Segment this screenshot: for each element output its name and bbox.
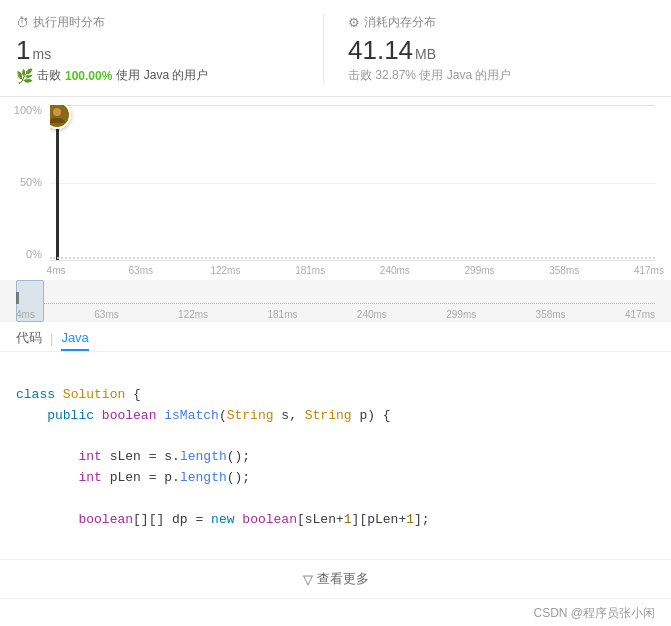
chart-inner: 4ms 63ms 122ms 181ms 240ms 299ms 358ms 4… [50, 105, 655, 280]
code-block: class Solution { public boolean isMatch(… [0, 352, 671, 559]
distribution-line [50, 257, 655, 259]
nav-x-label-63ms: 63ms [94, 309, 118, 320]
see-more-icon: ▽ [303, 572, 313, 587]
nav-x-labels: 4ms 63ms 122ms 181ms 240ms 299ms 358ms 4… [16, 309, 655, 320]
y-label-50: 50% [20, 177, 42, 188]
see-more-button[interactable]: ▽ 查看更多 [0, 559, 671, 598]
chart-bar-area [50, 105, 655, 260]
see-more-label: 查看更多 [317, 570, 369, 588]
page-footer: CSDN @程序员张小闲 [0, 598, 671, 626]
runtime-icon: ⏱ [16, 15, 29, 30]
nav-dotted-line [44, 303, 655, 304]
y-label-100: 100% [14, 105, 42, 116]
nav-x-label-299ms: 299ms [446, 309, 476, 320]
code-line-3: public boolean isMatch(String s, String … [16, 406, 655, 427]
x-label-240ms: 240ms [380, 265, 410, 276]
nav-bar-main [16, 292, 19, 304]
runtime-beat: 🌿 击败 100.00% 使用 Java 的用户 [16, 67, 323, 84]
runtime-stat: ⏱ 执行用时分布 1ms 🌿 击败 100.00% 使用 Java 的用户 [16, 14, 323, 84]
chart-area: 100% 50% 0% [16, 105, 655, 280]
nav-x-label-181ms: 181ms [267, 309, 297, 320]
code-section: 代码 | Java class Solution { public boolea… [0, 317, 671, 626]
chart-y-labels: 100% 50% 0% [16, 105, 46, 260]
code-tabs: 代码 | Java [0, 317, 671, 352]
x-label-4ms: 4ms [47, 265, 66, 276]
x-label-122ms: 122ms [210, 265, 240, 276]
nav-x-label-4ms: 4ms [16, 309, 35, 320]
memory-title-text: 消耗内存分布 [364, 14, 436, 31]
nav-x-label-240ms: 240ms [357, 309, 387, 320]
code-line-1 [16, 364, 655, 385]
x-label-417ms: 417ms [634, 265, 664, 276]
tab-java[interactable]: Java [61, 326, 88, 351]
code-line-6: int pLen = p.length(); [16, 468, 655, 489]
svg-point-0 [50, 105, 69, 127]
avatar [50, 105, 71, 129]
nav-x-label-358ms: 358ms [536, 309, 566, 320]
code-line-9 [16, 530, 655, 551]
nav-x-label-122ms: 122ms [178, 309, 208, 320]
nav-x-label-417ms: 417ms [625, 309, 655, 320]
runtime-title: ⏱ 执行用时分布 [16, 14, 323, 31]
runtime-value: 1ms [16, 37, 323, 63]
chart-navigator[interactable]: 4ms 63ms 122ms 181ms 240ms 299ms 358ms 4… [0, 280, 671, 322]
x-label-358ms: 358ms [549, 265, 579, 276]
footer-brand: CSDN @程序员张小闲 [533, 605, 655, 622]
code-line-5: int sLen = s.length(); [16, 447, 655, 468]
x-label-299ms: 299ms [465, 265, 495, 276]
tab-separator: | [50, 331, 53, 346]
chart-x-labels: 4ms 63ms 122ms 181ms 240ms 299ms 358ms 4… [50, 260, 655, 280]
chart-section: 100% 50% 0% [0, 97, 671, 317]
chart-marker-avatar [50, 105, 71, 129]
x-label-63ms: 63ms [129, 265, 153, 276]
code-line-2: class Solution { [16, 385, 655, 406]
code-line-8: boolean[][] dp = new boolean[sLen+1][pLe… [16, 510, 655, 531]
memory-value: 41.14MB [348, 37, 655, 63]
code-line-4 [16, 426, 655, 447]
memory-title: ⚙ 消耗内存分布 [348, 14, 655, 31]
beat-icon: 🌿 [16, 68, 33, 84]
stats-section: ⏱ 执行用时分布 1ms 🌿 击败 100.00% 使用 Java 的用户 ⚙ … [0, 0, 671, 97]
code-line-7 [16, 489, 655, 510]
runtime-title-text: 执行用时分布 [33, 14, 105, 31]
memory-beat: 击败 32.87% 使用 Java 的用户 [348, 67, 655, 84]
y-label-0: 0% [26, 249, 42, 260]
memory-stat: ⚙ 消耗内存分布 41.14MB 击败 32.87% 使用 Java 的用户 [323, 14, 655, 84]
tab-code[interactable]: 代码 [16, 325, 42, 351]
x-label-181ms: 181ms [295, 265, 325, 276]
beat-percent: 100.00% [65, 69, 112, 83]
svg-point-1 [53, 108, 61, 116]
memory-icon: ⚙ [348, 15, 360, 30]
